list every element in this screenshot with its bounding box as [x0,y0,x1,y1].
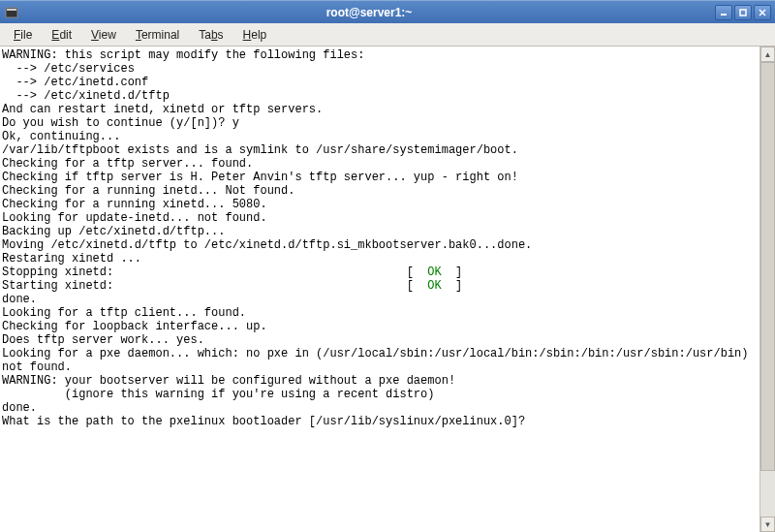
terminal-line: --> /etc/services [2,62,756,76]
terminal-line: Backing up /etc/xinetd.d/tftp... [2,225,756,238]
terminal-line: Checking if tftp server is H. Peter Anvi… [2,171,756,184]
menu-tabs-rest: s [218,28,224,42]
terminal-line: Starting xinetd: [ OK ] [2,279,756,293]
close-button[interactable] [754,5,771,20]
menu-view-rest: iew [99,28,116,42]
terminal-line: Looking for a tftp client... found. [2,306,756,320]
status-ok: OK [427,279,441,293]
titlebar: root@server1:~ [0,0,775,23]
terminal-line: WARNING: your bootserver will be configu… [2,374,756,388]
minimize-button[interactable] [715,5,732,20]
menu-help-rest: elp [251,28,266,42]
scroll-up-button[interactable]: ▲ [760,47,775,62]
terminal-line: done. [2,401,756,415]
terminal-line: Checking for a running inetd... Not foun… [2,184,756,198]
menu-edit-rest: dit [59,28,72,42]
menu-terminal-rest: erminal [141,28,179,42]
terminal-line: Looking for a pxe daemon... which: no px… [2,347,756,360]
terminal-line: not found. [2,360,756,374]
terminal-line: Checking for a running xinetd... 5080. [2,198,756,211]
menu-edit[interactable]: Edit [44,26,79,44]
terminal-line: And can restart inetd, xinetd or tftp se… [2,103,756,116]
terminal-line: Checking for loopback interface... up. [2,320,756,333]
status-prefix: Stopping xinetd: [ [2,266,427,279]
menu-view[interactable]: View [83,26,124,44]
terminal-line: Ok, continuing... [2,130,756,143]
scroll-track[interactable] [760,62,775,516]
window-controls [715,5,771,20]
status-suffix: ] [442,266,463,279]
menu-terminal[interactable]: Terminal [128,26,187,44]
svg-rect-1 [7,9,16,11]
terminal-line: Checking for a tftp server... found. [2,157,756,171]
terminal-line: Restaring xinetd ... [2,252,756,266]
terminal-line: --> /etc/xinetd.d/tftp [2,89,756,103]
terminal-line: done. [2,293,756,306]
terminal-line: Do you wish to continue (y/[n])? y [2,116,756,130]
app-icon [4,5,19,20]
scrollbar[interactable]: ▲ ▼ [760,47,775,532]
terminal-line: Moving /etc/xinetd.d/tftp to /etc/xinetd… [2,238,756,252]
maximize-button[interactable] [734,5,752,20]
scroll-thumb[interactable] [760,62,775,471]
status-suffix: ] [442,279,463,293]
menu-help[interactable]: Help [235,26,275,44]
terminal-line: What is the path to the pxelinux bootloa… [2,415,756,428]
terminal-line: Stopping xinetd: [ OK ] [2,266,756,279]
terminal-line: (ignore this warning if you're using a r… [2,388,756,401]
terminal-line: --> /etc/inetd.conf [2,76,756,89]
terminal-line: Looking for update-inetd... not found. [2,211,756,225]
menubar: File Edit View Terminal Tabs Help [0,23,775,47]
status-ok: OK [427,266,441,279]
terminal-line: Does tftp server work... yes. [2,333,756,347]
menu-file-rest: ile [20,28,32,42]
menu-file[interactable]: File [6,26,40,44]
terminal-line: WARNING: this script may modify the foll… [2,48,756,62]
status-prefix: Starting xinetd: [ [2,279,427,293]
terminal-line: /var/lib/tftpboot exists and is a symlin… [2,143,756,157]
window-title: root@server1:~ [23,6,715,19]
terminal[interactable]: WARNING: this script may modify the foll… [0,47,760,532]
scroll-down-button[interactable]: ▼ [760,516,775,532]
svg-rect-3 [740,10,746,16]
menu-tabs[interactable]: Tabs [191,26,231,44]
terminal-area: WARNING: this script may modify the foll… [0,47,775,532]
